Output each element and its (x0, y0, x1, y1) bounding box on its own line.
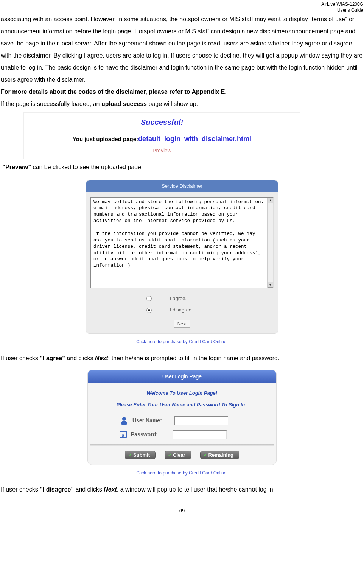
doc-title-line1: AirLive WIAS-1200G (321, 2, 363, 7)
disclaimer-header: Service Disclaimer (86, 180, 278, 192)
remaining-label: Remaining (208, 452, 233, 458)
doc-header: AirLive WIAS-1200G User's Guide (1, 0, 363, 13)
radio-disagree[interactable]: I disagree. (133, 305, 231, 316)
login-welcome: Welcome To User Login Page! (88, 389, 276, 398)
p3-part-a: If the page is successfully loaded, an (1, 101, 101, 107)
disclaimer-panel-wrap: Service Disclaimer We may collect and st… (86, 180, 278, 346)
page-number: 69 (1, 506, 363, 516)
paragraph-6: If user checks "I disagree" and clicks N… (1, 484, 363, 496)
p5d: Next (95, 355, 108, 361)
login-header: User Login Page (88, 370, 276, 383)
upload-success-panel: Successful! You just uploaded page:defau… (23, 112, 300, 159)
user-icon (120, 416, 129, 425)
password-input[interactable] (173, 430, 227, 439)
p6e: , a window will pop up to tell user that… (117, 486, 273, 493)
login-panel-wrap: User Login Page Welcome To User Login Pa… (87, 370, 277, 478)
paragraph-2-details: For more details about the codes of the … (1, 86, 363, 98)
radio-agree[interactable]: I agree. (133, 293, 231, 305)
clear-label: Clear (173, 452, 185, 458)
disclaimer-textarea[interactable]: We may collect and store the following p… (90, 197, 274, 288)
radio-agree-label: I agree. (170, 294, 187, 303)
username-label: User Name: (132, 415, 170, 426)
scroll-down-icon[interactable]: ▼ (268, 282, 273, 288)
p5b: "I agree" (40, 355, 65, 361)
next-button[interactable]: Next (174, 320, 191, 328)
p6d: Next (104, 486, 117, 493)
remaining-button[interactable]: ✓Remaining (200, 451, 239, 459)
check-icon: ✓ (168, 453, 172, 458)
login-instructions: Please Enter Your User Name and Password… (88, 400, 276, 410)
paragraph-5: If user checks "I agree" and clicks Next… (1, 352, 363, 364)
password-label: Password: (131, 429, 169, 440)
login-panel: User Login Page Welcome To User Login Pa… (87, 370, 277, 465)
success-line: You just uploaded page:default_login_wit… (24, 132, 300, 145)
divider (90, 444, 274, 446)
username-input[interactable] (174, 416, 228, 425)
submit-label: Submit (133, 452, 150, 458)
p5a: If user checks (1, 355, 40, 361)
clear-button[interactable]: ✓Clear (165, 451, 191, 459)
scroll-up-icon[interactable]: ▲ (268, 198, 273, 203)
p4-preview-word: "Preview" (2, 164, 31, 170)
radio-disagree-label: I disagree. (170, 305, 193, 315)
p6a: If user checks (1, 486, 40, 493)
p6c: and clicks (74, 486, 104, 493)
disclaimer-content: We may collect and store the following p… (93, 199, 271, 269)
password-icon (120, 431, 127, 438)
success-prefix: You just uploaded page: (73, 136, 138, 142)
uploaded-filename: default_login_with_disclaimer.html (138, 135, 251, 143)
check-icon: ✓ (128, 453, 132, 458)
p3-part-b: upload success (101, 101, 147, 107)
p4-rest: can be clicked to see the uploaded page. (31, 164, 143, 170)
success-title: Successful! (24, 115, 300, 129)
credit-card-link-1[interactable]: Click here to purchase by Credit Card On… (86, 338, 278, 346)
p5e: , then he/she is prompted to fill in the… (108, 355, 280, 361)
doc-title-line2: User's Guide (337, 8, 363, 13)
paragraph-3: If the page is successfully loaded, an u… (1, 98, 363, 110)
credit-card-link-2[interactable]: Click here to purchase by Credit Card On… (87, 469, 277, 478)
scrollbar[interactable]: ▲ ▼ (267, 198, 273, 288)
preview-link[interactable]: Preview (152, 148, 171, 154)
p6b: "I disagree" (40, 486, 74, 493)
p5c: and clicks (65, 355, 95, 361)
disclaimer-panel: Service Disclaimer We may collect and st… (86, 180, 278, 334)
paragraph-1: associating with an access point. Howeve… (1, 13, 363, 86)
p3-part-c: page will show up. (147, 101, 198, 107)
radio-unchecked-icon (146, 296, 152, 301)
submit-button[interactable]: ✓Submit (125, 451, 156, 459)
paragraph-4: "Preview" can be clicked to see the uplo… (1, 161, 363, 173)
radio-checked-icon (146, 308, 152, 313)
check-icon: ✓ (204, 453, 207, 458)
